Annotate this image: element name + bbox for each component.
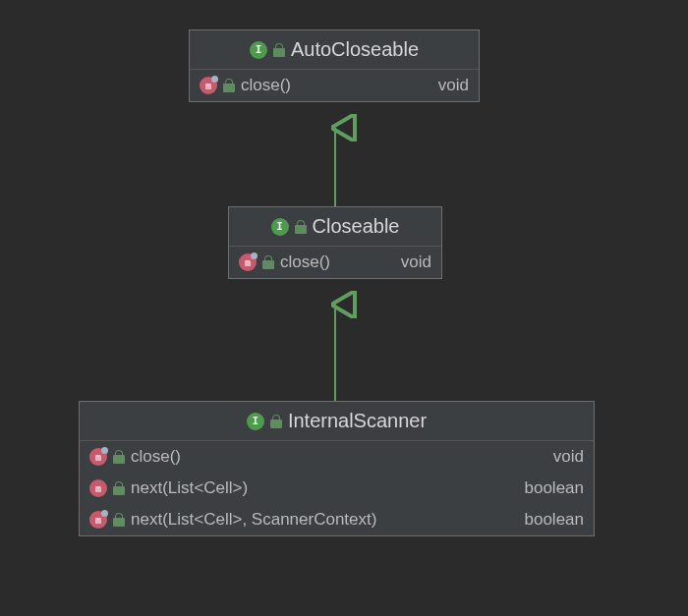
class-node-internalscanner[interactable]: IInternalScannermclose()voidmnext(List<C… bbox=[79, 401, 595, 536]
member-row[interactable]: mclose()void bbox=[229, 247, 441, 278]
lock-icon bbox=[113, 450, 125, 464]
member-return-type: void bbox=[553, 447, 584, 467]
method-icon: m bbox=[200, 77, 217, 94]
method-icon: m bbox=[89, 479, 107, 497]
member-list: mclose()void bbox=[190, 70, 479, 101]
member-name: next(List<Cell>) bbox=[131, 478, 248, 498]
lock-icon bbox=[295, 220, 307, 234]
member-name: close() bbox=[280, 252, 330, 272]
class-node-autocloseable[interactable]: IAutoCloseablemclose()void bbox=[189, 29, 480, 102]
lock-icon bbox=[270, 415, 282, 428]
method-icon: m bbox=[239, 253, 257, 271]
interface-icon: I bbox=[247, 413, 264, 430]
member-return-type: boolean bbox=[524, 478, 584, 498]
method-icon: m bbox=[89, 448, 107, 466]
member-row[interactable]: mnext(List<Cell>)boolean bbox=[80, 473, 594, 504]
member-name: close() bbox=[241, 76, 291, 95]
member-name: close() bbox=[131, 447, 181, 467]
class-name: AutoCloseable bbox=[291, 38, 419, 61]
member-return-type: void bbox=[438, 76, 469, 95]
member-list: mclose()voidmnext(List<Cell>)booleanmnex… bbox=[80, 441, 594, 535]
class-node-header: IInternalScanner bbox=[80, 402, 594, 441]
method-icon: m bbox=[89, 511, 107, 529]
member-row[interactable]: mclose()void bbox=[190, 70, 479, 101]
member-return-type: boolean bbox=[524, 510, 584, 530]
lock-icon bbox=[113, 513, 125, 527]
lock-icon bbox=[262, 255, 274, 269]
class-node-header: IAutoCloseable bbox=[190, 30, 479, 70]
class-node-header: ICloseable bbox=[229, 207, 441, 247]
member-return-type: void bbox=[401, 252, 431, 272]
class-name: InternalScanner bbox=[288, 410, 427, 432]
lock-icon bbox=[223, 79, 235, 92]
interface-icon: I bbox=[271, 218, 289, 236]
member-list: mclose()void bbox=[229, 247, 441, 278]
member-row[interactable]: mclose()void bbox=[80, 441, 594, 473]
interface-icon: I bbox=[250, 41, 267, 59]
lock-icon bbox=[273, 43, 285, 57]
class-name: Closeable bbox=[313, 215, 400, 238]
lock-icon bbox=[113, 481, 125, 495]
member-name: next(List<Cell>, ScannerContext) bbox=[131, 510, 376, 530]
class-node-closeable[interactable]: ICloseablemclose()void bbox=[228, 206, 442, 279]
member-row[interactable]: mnext(List<Cell>, ScannerContext)boolean bbox=[80, 504, 594, 535]
